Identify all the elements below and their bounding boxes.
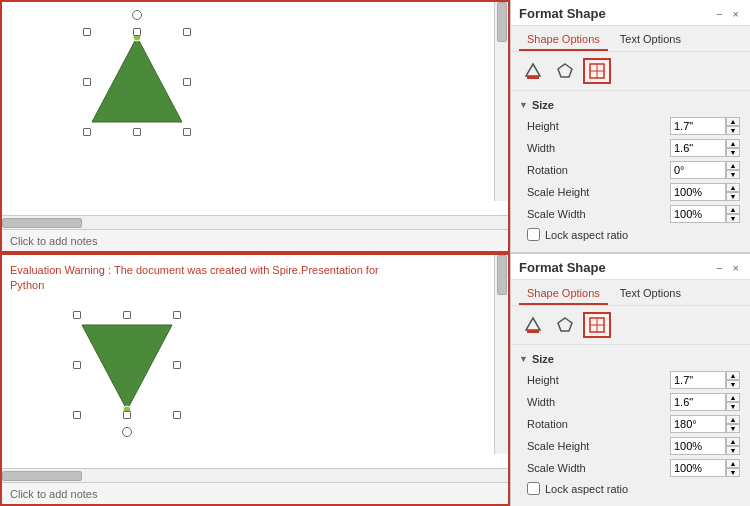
scale-width-input-bottom[interactable] bbox=[670, 459, 726, 477]
shape-icon-bottom[interactable] bbox=[551, 312, 579, 338]
scale-width-label-bottom: Scale Width bbox=[527, 462, 670, 474]
width-down-top[interactable]: ▼ bbox=[726, 148, 740, 157]
shape-triangle-up[interactable] bbox=[87, 32, 187, 132]
scale-height-down-bottom[interactable]: ▼ bbox=[726, 446, 740, 455]
scrollbar-h-top[interactable] bbox=[2, 215, 508, 229]
handle-tl[interactable] bbox=[83, 28, 91, 36]
rotation-handle-bottom[interactable] bbox=[122, 427, 132, 437]
size-section-header-bottom[interactable]: ▼ Size bbox=[511, 349, 750, 369]
handle2-ml[interactable] bbox=[73, 361, 81, 369]
height-down-bottom[interactable]: ▼ bbox=[726, 380, 740, 389]
width-up-bottom[interactable]: ▲ bbox=[726, 393, 740, 402]
handle-bc[interactable] bbox=[133, 128, 141, 136]
height-input-wrap-bottom: ▲ ▼ bbox=[670, 371, 742, 389]
height-row-top: Height ▲ ▼ bbox=[511, 115, 750, 137]
width-input-top[interactable] bbox=[670, 139, 726, 157]
size-label-bottom: Size bbox=[532, 353, 554, 365]
handle-bl[interactable] bbox=[83, 128, 91, 136]
rotation-down-top[interactable]: ▼ bbox=[726, 170, 740, 179]
scale-height-up-top[interactable]: ▲ bbox=[726, 183, 740, 192]
icon-tabs-top bbox=[511, 52, 750, 91]
scale-width-up-top[interactable]: ▲ bbox=[726, 205, 740, 214]
rotation-input-bottom[interactable] bbox=[670, 415, 726, 433]
handle-ml[interactable] bbox=[83, 78, 91, 86]
notes-top[interactable]: Click to add notes bbox=[2, 229, 508, 251]
lock-checkbox-top[interactable] bbox=[527, 228, 540, 241]
svg-marker-2 bbox=[82, 325, 172, 410]
handle-br[interactable] bbox=[183, 128, 191, 136]
minimize-btn-bottom[interactable]: − bbox=[713, 261, 725, 275]
notes-label-bottom: Click to add notes bbox=[10, 488, 97, 500]
tab-text-options-bottom[interactable]: Text Options bbox=[612, 284, 689, 305]
scale-width-up-bottom[interactable]: ▲ bbox=[726, 459, 740, 468]
rotation-row-top: Rotation ▲ ▼ bbox=[511, 159, 750, 181]
handle-tr[interactable] bbox=[183, 28, 191, 36]
tab-text-options-top[interactable]: Text Options bbox=[612, 30, 689, 51]
header-controls-top: − × bbox=[713, 7, 742, 21]
close-btn-bottom[interactable]: × bbox=[730, 261, 742, 275]
scale-height-input-bottom[interactable] bbox=[670, 437, 726, 455]
handle2-bl[interactable] bbox=[73, 411, 81, 419]
shape-triangle-down[interactable] bbox=[77, 315, 177, 415]
rotation-up-top[interactable]: ▲ bbox=[726, 161, 740, 170]
scale-height-label-top: Scale Height bbox=[527, 186, 670, 198]
fill-icon-top[interactable] bbox=[519, 58, 547, 84]
height-row-bottom: Height ▲ ▼ bbox=[511, 369, 750, 391]
fill-icon-bottom[interactable] bbox=[519, 312, 547, 338]
height-input-bottom[interactable] bbox=[670, 371, 726, 389]
minimize-btn-top[interactable]: − bbox=[713, 7, 725, 21]
scale-width-input-top[interactable] bbox=[670, 205, 726, 223]
lock-checkbox-bottom[interactable] bbox=[527, 482, 540, 495]
shape-icon-top[interactable] bbox=[551, 58, 579, 84]
scale-width-row-top: Scale Width ▲ ▼ bbox=[511, 203, 750, 225]
size-icon-bottom[interactable] bbox=[583, 312, 611, 338]
scale-height-down-top[interactable]: ▼ bbox=[726, 192, 740, 201]
rotation-handle-top[interactable] bbox=[132, 10, 142, 20]
handle2-tc[interactable] bbox=[123, 311, 131, 319]
width-input-wrap-bottom: ▲ ▼ bbox=[670, 393, 742, 411]
height-input-top[interactable] bbox=[670, 117, 726, 135]
width-input-bottom[interactable] bbox=[670, 393, 726, 411]
size-section-header-top[interactable]: ▼ Size bbox=[511, 95, 750, 115]
height-down-top[interactable]: ▼ bbox=[726, 126, 740, 135]
tab-shape-options-top[interactable]: Shape Options bbox=[519, 30, 608, 51]
scrollbar-v-top[interactable] bbox=[494, 2, 508, 201]
rotation-down-bottom[interactable]: ▼ bbox=[726, 424, 740, 433]
size-icon-top[interactable] bbox=[583, 58, 611, 84]
rotation-input-top[interactable] bbox=[670, 161, 726, 179]
tab-shape-options-bottom[interactable]: Shape Options bbox=[519, 284, 608, 305]
lock-label-bottom: Lock aspect ratio bbox=[545, 483, 628, 495]
handle-mr[interactable] bbox=[183, 78, 191, 86]
handle-tc[interactable] bbox=[133, 28, 141, 36]
format-tabs-bottom: Shape Options Text Options bbox=[511, 280, 750, 306]
handle2-mr[interactable] bbox=[173, 361, 181, 369]
notes-bottom[interactable]: Click to add notes bbox=[2, 482, 508, 504]
width-row-top: Width ▲ ▼ bbox=[511, 137, 750, 159]
scrollbar-v-bottom[interactable] bbox=[494, 255, 508, 454]
svg-rect-4 bbox=[527, 76, 539, 79]
close-btn-top[interactable]: × bbox=[730, 7, 742, 21]
rotation-label-bottom: Rotation bbox=[527, 418, 670, 430]
handle2-bc[interactable] bbox=[123, 411, 131, 419]
scale-width-down-top[interactable]: ▼ bbox=[726, 214, 740, 223]
scale-height-up-bottom[interactable]: ▲ bbox=[726, 437, 740, 446]
rotation-up-bottom[interactable]: ▲ bbox=[726, 415, 740, 424]
handle2-tl[interactable] bbox=[73, 311, 81, 319]
handle2-br[interactable] bbox=[173, 411, 181, 419]
handle2-tr[interactable] bbox=[173, 311, 181, 319]
scale-height-input-wrap-top: ▲ ▼ bbox=[670, 183, 742, 201]
scale-height-row-bottom: Scale Height ▲ ▼ bbox=[511, 435, 750, 457]
scale-height-input-top[interactable] bbox=[670, 183, 726, 201]
scale-height-label-bottom: Scale Height bbox=[527, 440, 670, 452]
format-panel-top: Format Shape − × Shape Options Text Opti… bbox=[511, 0, 750, 254]
scrollbar-h-bottom[interactable] bbox=[2, 468, 508, 482]
width-label-top: Width bbox=[527, 142, 670, 154]
scale-height-row-top: Scale Height ▲ ▼ bbox=[511, 181, 750, 203]
height-up-bottom[interactable]: ▲ bbox=[726, 371, 740, 380]
height-up-top[interactable]: ▲ bbox=[726, 117, 740, 126]
lock-row-top: Lock aspect ratio bbox=[511, 225, 750, 244]
rotation-input-wrap-bottom: ▲ ▼ bbox=[670, 415, 742, 433]
width-up-top[interactable]: ▲ bbox=[726, 139, 740, 148]
width-down-bottom[interactable]: ▼ bbox=[726, 402, 740, 411]
scale-width-down-bottom[interactable]: ▼ bbox=[726, 468, 740, 477]
